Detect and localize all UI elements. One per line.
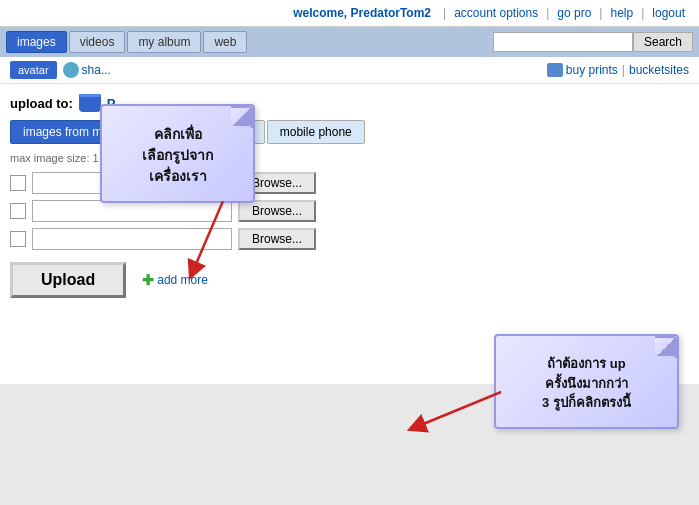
svg-line-3	[416, 392, 501, 427]
search-input[interactable]	[493, 32, 633, 52]
callout2-line3: 3 รูปก็คลิกตรงนี้	[510, 393, 663, 413]
add-more-icon: ✚	[142, 272, 154, 288]
callout-fold-1	[233, 106, 253, 126]
search-button[interactable]: Search	[633, 32, 693, 52]
callout2-line2: ครั้งนึงมากกว่า	[510, 374, 663, 394]
tab-web[interactable]: web	[203, 31, 247, 53]
tab-my-album[interactable]: my album	[127, 31, 201, 53]
separator-4: |	[641, 6, 644, 20]
arrow-2	[406, 387, 506, 437]
username-label: PredatorTom2	[351, 6, 431, 20]
callout-browse: คลิกเพื่อ เลือกรูปจาก เครื่องเรา	[100, 104, 255, 203]
browse-row-3: Browse...	[10, 228, 689, 250]
checkbox-1[interactable]	[10, 175, 26, 191]
upload-btn-row: Upload ✚ add more	[10, 262, 689, 298]
upload-to-text: upload to:	[10, 96, 73, 111]
buy-prints-label: buy prints	[566, 63, 618, 77]
avatar-button[interactable]: avatar	[10, 61, 57, 79]
search-area: Search	[493, 32, 693, 52]
separator-2: |	[546, 6, 549, 20]
checkbox-3[interactable]	[10, 231, 26, 247]
logout-link[interactable]: logout	[652, 6, 685, 20]
share-label: sha...	[82, 63, 111, 77]
separator-1: |	[443, 6, 446, 20]
avatar-area: avatar sha...	[10, 61, 111, 79]
welcome-text: welcome, PredatorTom2	[293, 6, 431, 20]
callout1-line2: เลือกรูปจาก	[116, 145, 239, 166]
browse-button-2[interactable]: Browse...	[238, 200, 316, 222]
callout1-line1: คลิกเพื่อ	[116, 124, 239, 145]
callout1-line3: เครื่องเรา	[116, 166, 239, 187]
callout2-line1: ถ้าต้องการ up	[510, 354, 663, 374]
share-link[interactable]: sha...	[63, 62, 111, 78]
buy-prints-link[interactable]: buy prints	[547, 63, 618, 77]
nav-bar: images videos my album web Search	[0, 27, 699, 57]
sub-header: avatar sha... buy prints | bucketsites	[0, 57, 699, 84]
bucketsites-link[interactable]: bucketsites	[629, 63, 689, 77]
sub-header-right: buy prints | bucketsites	[547, 63, 689, 77]
svg-line-1	[193, 201, 223, 271]
separator-3: |	[599, 6, 602, 20]
callout-add-more: ถ้าต้องการ up ครั้งนึงมากกว่า 3 รูปก็คลิ…	[494, 334, 679, 429]
tab-images[interactable]: images	[6, 31, 67, 53]
arrow-1	[183, 201, 243, 281]
printer-icon	[547, 63, 563, 77]
header-top-bar: welcome, PredatorTom2 | account options …	[0, 0, 699, 27]
bucket-icon	[79, 94, 101, 112]
help-link[interactable]: help	[610, 6, 633, 20]
go-pro-link[interactable]: go pro	[557, 6, 591, 20]
main-content: upload to: P... images from my PC video …	[0, 84, 699, 384]
browse-button-3[interactable]: Browse...	[238, 228, 316, 250]
tab-videos[interactable]: videos	[69, 31, 126, 53]
callout-fold-2	[657, 336, 677, 356]
account-options-link[interactable]: account options	[454, 6, 538, 20]
checkbox-2[interactable]	[10, 203, 26, 219]
share-icon	[63, 62, 79, 78]
upload-button[interactable]: Upload	[10, 262, 126, 298]
browse-row-2: Browse...	[10, 200, 689, 222]
welcome-label: welcome,	[293, 6, 347, 20]
separator-sub: |	[622, 63, 625, 77]
tab-mobile-phone[interactable]: mobile phone	[267, 120, 365, 144]
